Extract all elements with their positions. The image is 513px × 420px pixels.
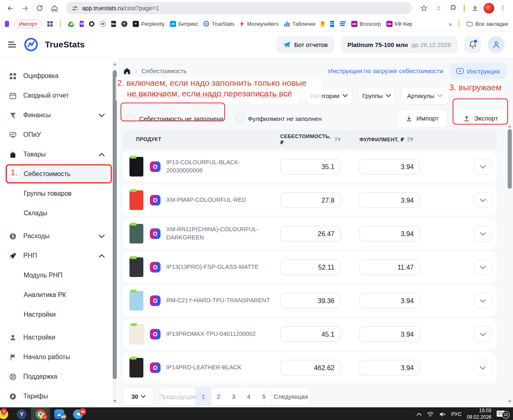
address-bar[interactable]: app.truestats.ru/cost?page=1 — [66, 2, 412, 14]
bookmark-tablichki[interactable]: Таблички — [284, 21, 315, 27]
expand-row-button[interactable] — [474, 259, 492, 275]
notifications-bell-icon[interactable] — [464, 36, 481, 53]
plan-badge[interactable]: Platinum 75-100 млн до 26.12.2026 — [341, 36, 457, 53]
fulfilment-input[interactable]: 3.94 — [359, 360, 420, 375]
sidebar-item-summary-report[interactable]: Сводный отчет — [0, 86, 118, 105]
bookmark-bitrix[interactable]: 24Битрикс — [170, 21, 199, 27]
extension-badge-icon[interactable] — [433, 2, 445, 14]
scroll-down-arrow[interactable] — [113, 400, 116, 402]
scroll-up-arrow[interactable] — [113, 63, 116, 65]
bookmark-import[interactable]: Импорт — [14, 20, 42, 28]
cost-input[interactable]: 462.62 — [280, 360, 341, 375]
taskbar-cloud-icon[interactable]: ☁ 99 — [50, 407, 69, 420]
bot-reports-button[interactable]: Бот отчетов — [276, 36, 334, 53]
previous-page-button[interactable]: Предыдущая — [160, 388, 196, 405]
language-indicator[interactable]: РУС — [451, 411, 462, 417]
page-button-4[interactable]: 4 — [241, 388, 256, 405]
instruction-button[interactable]: Инструкция — [450, 63, 506, 79]
site-settings-icon[interactable] — [72, 5, 78, 11]
back-button[interactable] — [4, 2, 16, 14]
page-button-3[interactable]: 3 — [226, 388, 241, 405]
bookmark-ozon-bank-icon[interactable] — [330, 21, 334, 27]
column-cost[interactable]: СЕБЕСТОИМОСТЬ, ₽ — [280, 134, 341, 145]
clock[interactable]: 15:03 09.02.2026 — [467, 408, 491, 420]
page-scrollbar[interactable] — [507, 123, 513, 405]
sidebar-item-product-groups[interactable]: Группы товаров — [0, 184, 118, 203]
apps-grid-icon[interactable] — [47, 21, 53, 27]
sidebar-collapse-icon[interactable] — [8, 41, 17, 48]
bookmark-star-icon[interactable] — [418, 2, 430, 14]
expand-row-button[interactable] — [474, 360, 492, 375]
expand-row-button[interactable] — [474, 192, 492, 208]
sidebar-item-ocifrovka[interactable]: Оцифровка — [0, 66, 118, 86]
taskbar-chrome-icon[interactable] — [31, 407, 50, 420]
forward-button[interactable] — [19, 2, 31, 14]
show-hidden-icons-chevron[interactable] — [417, 413, 422, 416]
browser-profile-avatar[interactable] — [484, 3, 494, 13]
page-button-1[interactable]: 1 — [196, 388, 211, 405]
sidebar-item-expenses[interactable]: $ Расходы — [0, 226, 118, 246]
bookmark-t-icon[interactable]: T — [321, 21, 325, 27]
expand-row-button[interactable] — [474, 293, 492, 308]
column-fulfilment[interactable]: ФУЛФИЛМЕНТ, ₽ — [359, 136, 420, 143]
bookmark-openai-icon[interactable]: ✳ — [121, 21, 127, 27]
instruction-link[interactable]: Инструкция по загрузке себестоимости — [328, 67, 443, 75]
fulfilment-input[interactable]: 3.94 — [359, 226, 420, 241]
sidebar-scrollbar[interactable] — [112, 60, 117, 405]
fulfilment-not-filled-checkbox[interactable] — [236, 114, 244, 123]
sidebar-scrollbar-thumb[interactable] — [113, 70, 117, 379]
bookmarks-overflow-chevrons[interactable]: » — [448, 20, 451, 27]
bookmark-mw-icon[interactable]: Mw — [111, 21, 116, 27]
browser-menu-icon[interactable] — [497, 2, 509, 14]
bookmark-o-icon[interactable] — [89, 21, 94, 27]
expand-row-button[interactable] — [474, 226, 492, 241]
bookmark-perplexity[interactable]: ✳Perplexity — [133, 21, 165, 27]
sidebar-item-warehouses[interactable]: Склады — [0, 203, 118, 223]
sidebar-item-tariffs[interactable]: ₽ Тарифы — [0, 386, 118, 406]
cost-input[interactable]: 35.1 — [280, 159, 341, 174]
taskbar-yandex-icon[interactable]: Y — [12, 407, 31, 420]
fulfilment-input[interactable]: 3.94 — [359, 293, 420, 308]
reload-button[interactable] — [33, 2, 46, 14]
cost-input[interactable]: 27.8 — [280, 192, 341, 208]
extensions-puzzle-icon[interactable] — [447, 2, 459, 14]
cost-input[interactable]: 52.11 — [280, 259, 341, 275]
page-scrollbar-thumb[interactable] — [508, 129, 512, 189]
fulfilment-input[interactable]: 3.94 — [359, 326, 420, 342]
sidebar-item-finances[interactable]: $ Финансы — [0, 105, 118, 125]
groups-dropdown[interactable]: Группы — [358, 87, 395, 105]
bookmark-truestats[interactable]: MTrueStats — [203, 21, 234, 27]
taskbar-telegram-icon[interactable]: 98 — [69, 407, 87, 420]
bookmark-m-circle-icon[interactable]: M — [100, 21, 106, 27]
user-avatar[interactable] — [488, 36, 505, 53]
bookmark-stripes-icon[interactable] — [339, 21, 346, 26]
bookmark-purple-icon[interactable] — [5, 21, 9, 27]
scroll-down-arrow[interactable] — [508, 400, 511, 403]
home-button[interactable] — [48, 2, 60, 14]
expand-row-button[interactable] — [474, 159, 492, 174]
wifi-icon[interactable] — [427, 411, 434, 417]
all-bookmarks[interactable]: Все закладки — [466, 21, 508, 27]
articles-dropdown[interactable]: Артикулы — [401, 87, 449, 105]
sidebar-item-opiu[interactable]: ОПиУ — [0, 125, 118, 145]
import-button[interactable]: Импорт — [397, 109, 447, 128]
volume-muted-icon[interactable] — [439, 411, 446, 417]
action-center-icon[interactable]: 22 — [497, 409, 509, 419]
expand-row-button[interactable] — [474, 326, 492, 342]
bookmark-moneysellers[interactable]: Moneysellers — [240, 21, 279, 27]
page-button-2[interactable]: 2 — [211, 388, 226, 405]
fulfilment-input[interactable]: 3.94 — [359, 159, 420, 174]
fulfilment-input[interactable]: 3.94 — [359, 192, 420, 208]
downloads-icon[interactable] — [469, 2, 481, 14]
bookmark-kf-kir[interactable]: wbКФ Кир — [386, 21, 413, 27]
page-button-5[interactable]: 5 — [256, 388, 272, 405]
bookmark-drive-icon[interactable] — [68, 21, 74, 27]
cost-input[interactable]: 39.36 — [280, 293, 341, 308]
sidebar-item-rnp-module[interactable]: Модуль РНП — [0, 266, 118, 285]
scroll-up-arrow[interactable] — [508, 125, 511, 127]
sidebar-item-getting-started[interactable]: Начало работы — [0, 347, 118, 367]
home-icon[interactable] — [123, 67, 131, 75]
sidebar-item-settings[interactable]: Настройки — [0, 328, 118, 347]
next-page-button[interactable]: Следующая — [272, 388, 310, 405]
sidebar-item-rnp-settings[interactable]: Настройки — [0, 305, 118, 324]
